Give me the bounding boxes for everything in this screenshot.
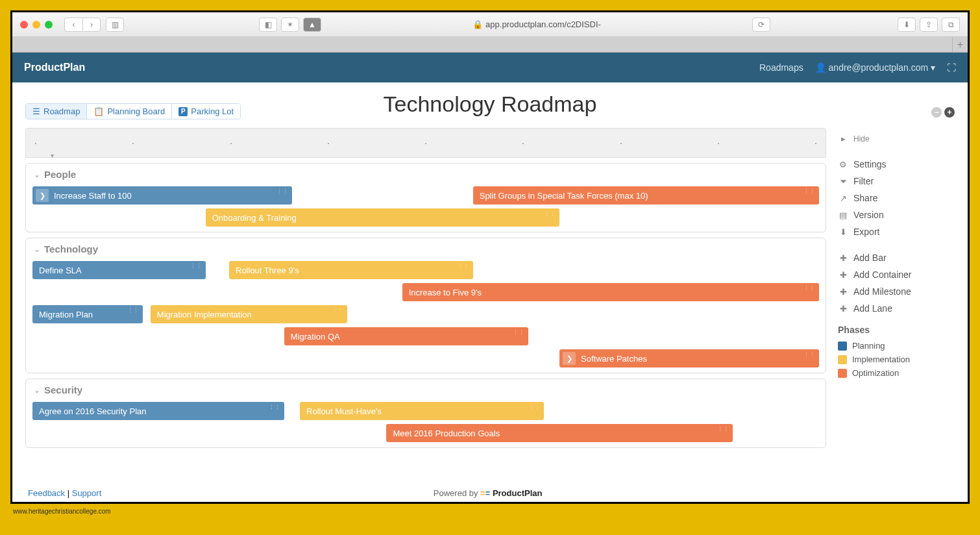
roadmap-bar[interactable]: Meet 2016 Production Goals⋮⋮ [386, 424, 732, 442]
share-icon: ↗ [838, 193, 848, 203]
grip-icon[interactable]: ⋮⋮ [544, 210, 556, 217]
lane-header[interactable]: ⌄People [32, 164, 819, 182]
hide-sidebar-button[interactable]: ▸ Hide [838, 131, 955, 147]
share-link[interactable]: ↗Share [838, 190, 955, 206]
grip-icon[interactable]: ⋮⋮ [458, 263, 469, 269]
roadmap-bar[interactable]: Increase to Five 9's⋮⋮ [402, 283, 819, 301]
settings-label: Settings [853, 159, 887, 169]
roadmap-bar[interactable]: Agree on 2016 Security Plan⋮⋮ [32, 402, 284, 420]
bar-label: Agree on 2016 Security Plan [39, 406, 147, 416]
grip-icon[interactable]: ⋮⋮ [803, 188, 815, 195]
url-text: app.productplan.com/c2DISDI- [485, 19, 601, 29]
maximize-window-button[interactable] [45, 21, 53, 29]
track: Increase to Five 9's⋮⋮ [32, 283, 819, 301]
filter-link[interactable]: ⏷Filter [838, 173, 955, 190]
filter-icon: ⏷ [838, 177, 848, 186]
chevron-down-icon: ⌄ [34, 170, 40, 179]
grip-icon[interactable]: ⋮⋮ [717, 426, 729, 432]
fullscreen-button[interactable]: ⛶ [947, 62, 956, 73]
roadmap-area: ▾ ⌄People❯Increase Staff to 100⋮⋮Split G… [25, 128, 826, 483]
bar-label: Increase Staff to 100 [54, 191, 132, 201]
browser-toolbar: ‹ › ▥ ◧ ✶ ▲ 🔒 app.productplan.com/c2DISD… [12, 12, 968, 37]
bar-label: Migration QA [291, 332, 340, 342]
export-link[interactable]: ⬇Export [838, 223, 955, 240]
zoom-in-button[interactable]: + [944, 107, 955, 118]
roadmap-icon: ☰ [32, 106, 40, 116]
nav-roadmaps[interactable]: Roadmaps [759, 62, 803, 73]
plus-icon: ✚ [838, 304, 848, 314]
feedback-link[interactable]: Feedback [28, 488, 65, 498]
add-bar-link[interactable]: ✚Add Bar [838, 249, 955, 266]
roadmap-bar[interactable]: Rollout Must-Have's⋮⋮ [300, 402, 544, 420]
bar-label: Onboarding & Training [212, 213, 297, 223]
wand-icon[interactable]: ✶ [281, 18, 299, 32]
grip-icon[interactable]: ⋮⋮ [803, 285, 815, 292]
support-link[interactable]: Support [72, 488, 102, 498]
close-window-button[interactable] [20, 21, 28, 29]
grip-icon[interactable]: ⋮⋮ [276, 188, 288, 195]
add-lane-link[interactable]: ✚Add Lane [838, 300, 955, 317]
bar-label: Rollout Three 9's [236, 266, 299, 275]
legend-optimization[interactable]: Optimization [838, 366, 955, 380]
expand-arrow-icon[interactable]: ❯ [36, 189, 49, 202]
nav-user-menu[interactable]: 👤 andre@productplan.com ▾ [815, 62, 935, 73]
roadmap-bar[interactable]: Rollout Three 9's⋮⋮ [229, 261, 473, 279]
settings-link[interactable]: ⚙Settings [838, 156, 955, 173]
download-icon: ⬇ [838, 227, 848, 237]
add-container-link[interactable]: ✚Add Container [838, 266, 955, 283]
legend-swatch-planning [838, 342, 847, 351]
roadmap-bar[interactable]: Onboarding & Training⋮⋮ [206, 208, 559, 227]
lane-header[interactable]: ⌄Security [32, 379, 819, 398]
export-label: Export [853, 227, 879, 237]
gear-icon: ⚙ [838, 160, 848, 169]
grip-icon[interactable]: ⋮⋮ [803, 351, 815, 358]
roadmap-bar[interactable]: ❯Increase Staff to 100⋮⋮ [32, 186, 292, 205]
timeline-header[interactable]: ▾ [25, 128, 826, 158]
roadmap-bar[interactable]: Migration QA⋮⋮ [284, 327, 528, 345]
tab-parking-lot[interactable]: P Parking Lot [172, 104, 240, 119]
share-label: Share [853, 193, 877, 203]
grip-icon[interactable]: ⋮⋮ [528, 404, 540, 410]
tab-roadmap[interactable]: ☰ Roadmap [26, 104, 87, 119]
version-link[interactable]: ▤Version [838, 206, 955, 223]
grip-icon[interactable]: ⋮⋮ [127, 307, 139, 314]
new-tab-button[interactable]: + [952, 37, 968, 52]
board-icon: 📋 [93, 106, 104, 116]
footer-sep: | [67, 488, 72, 498]
grip-icon[interactable]: ⋮⋮ [513, 329, 524, 336]
app-content: ProductPlan Roadmaps 👤 andre@productplan… [12, 53, 968, 502]
roadmap-bar[interactable]: ❯Software Patches⋮⋮ [559, 349, 819, 367]
roadmap-bar[interactable]: Split Groups in Special Task Forces (max… [473, 186, 819, 205]
legend-planning[interactable]: Planning [838, 339, 955, 353]
roadmap-bar[interactable]: Define SLA⋮⋮ [32, 261, 206, 279]
lane: ⌄People❯Increase Staff to 100⋮⋮Split Gro… [25, 163, 826, 232]
tabs-button[interactable]: ⧉ [942, 18, 960, 32]
reload-button[interactable]: ⟳ [752, 18, 770, 32]
bar-label: Rollout Must-Have's [306, 406, 382, 416]
address-bar[interactable]: 🔒 app.productplan.com/c2DISDI- [326, 19, 747, 29]
warning-icon[interactable]: ▲ [303, 18, 321, 32]
roadmap-bar[interactable]: Migration Implementation⋮⋮ [151, 305, 347, 323]
grip-icon[interactable]: ⋮⋮ [269, 404, 280, 410]
legend-implementation[interactable]: Implementation [838, 353, 955, 366]
forward-button[interactable]: › [82, 18, 101, 32]
tab-parking-label: Parking Lot [191, 106, 234, 116]
zoom-out-button[interactable]: − [931, 107, 942, 118]
lane-header[interactable]: ⌄Technology [32, 238, 819, 257]
back-button[interactable]: ‹ [64, 18, 82, 32]
grip-icon[interactable]: ⋮⋮ [190, 263, 202, 269]
tab-planning-board[interactable]: 📋 Planning Board [87, 104, 172, 119]
productplan-logo[interactable]: == ProductPlan [480, 488, 542, 498]
minimize-window-button[interactable] [32, 21, 40, 29]
user-icon: 👤 [815, 62, 826, 73]
track: Define SLA⋮⋮Rollout Three 9's⋮⋮ [32, 261, 819, 279]
sidebar-toggle-button[interactable]: ▥ [106, 18, 124, 32]
add-milestone-link[interactable]: ✚Add Milestone [838, 283, 955, 300]
brand-logo[interactable]: ProductPlan [24, 62, 85, 73]
grip-icon[interactable]: ⋮⋮ [332, 307, 343, 314]
shield-icon[interactable]: ◧ [259, 18, 277, 32]
downloads-button[interactable]: ⬇ [898, 18, 916, 32]
roadmap-bar[interactable]: Migration Plan⋮⋮ [32, 305, 143, 323]
share-button[interactable]: ⇪ [920, 18, 938, 32]
expand-arrow-icon[interactable]: ❯ [563, 352, 576, 365]
